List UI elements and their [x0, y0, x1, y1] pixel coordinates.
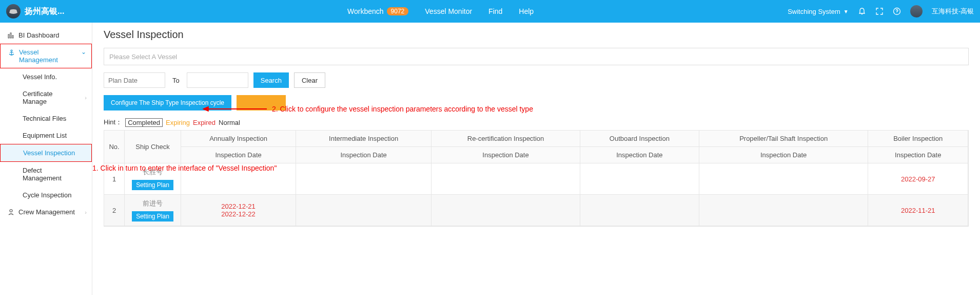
help-icon[interactable] [893, 7, 901, 15]
chevron-down-icon: ⌄ [81, 48, 86, 56]
bi-dashboard-label: BI Dashboard [18, 31, 60, 39]
avatar[interactable] [910, 5, 923, 17]
person-icon [7, 209, 14, 215]
vessel-select-placeholder: Please Select A Vessel [109, 53, 177, 61]
td-no: 2 [104, 195, 125, 226]
td-ship: 前进号 Setting Plan [125, 195, 181, 226]
expand-icon[interactable] [875, 7, 884, 15]
inspection-table: No. Ship Check Annually Inspection Inter… [104, 130, 969, 227]
td-boiler: 2022-09-27 [868, 163, 968, 195]
th-sub-annually: Inspection Date [181, 147, 296, 163]
hint-label: Hint： [104, 118, 122, 127]
crew-mgmt-label: Crew Management [18, 208, 75, 216]
ship-name: 前进号 [128, 199, 178, 208]
ship-name: 长胜号 [128, 168, 178, 177]
username: 互海科技-高银 [932, 7, 974, 16]
plan-date-to[interactable] [187, 72, 248, 88]
setting-plan-button[interactable]: Setting Plan [132, 211, 173, 222]
to-label: To [172, 77, 180, 84]
th-sub-intermediate: Inspection Date [296, 147, 432, 163]
sidebar-item-label: Equipment List [23, 132, 67, 139]
sidebar-bi-dashboard[interactable]: BI Dashboard [0, 27, 92, 44]
svg-point-5 [10, 210, 12, 212]
sidebar-item-technical[interactable]: Technical Files [0, 110, 92, 127]
plan-date-from[interactable] [104, 72, 165, 88]
main-layout: BI Dashboard Vessel Management ⌄ Vessel … [0, 23, 980, 295]
config-row: Configure The Ship Type Inspection cycle [104, 95, 969, 110]
configure-ship-type-button[interactable]: Configure The Ship Type Inspection cycle [104, 95, 231, 110]
chevron-right-icon: › [85, 209, 87, 215]
sidebar-item-label: Vessel Info. [23, 73, 57, 81]
bell-icon[interactable] [858, 7, 866, 15]
sidebar-item-label: Cycle Inspection [23, 191, 71, 199]
hint-completed: Completed [125, 118, 163, 127]
nav-workbench[interactable]: Workbench 9072 [347, 7, 408, 15]
nav-find[interactable]: Find [488, 7, 502, 15]
table-row: 2 前进号 Setting Plan 2022-12-21 2022-12-22… [104, 195, 968, 226]
td-recert [432, 195, 580, 226]
workbench-badge: 9072 [387, 7, 409, 15]
td-outboard [580, 163, 699, 195]
td-annually [181, 163, 296, 195]
anchor-icon [8, 49, 15, 56]
td-intermediate [296, 195, 432, 226]
vessel-mgmt-label: Vessel Management [19, 48, 65, 64]
chevron-right-icon: › [85, 95, 87, 101]
svg-rect-1 [8, 34, 9, 38]
sidebar-item-label: Technical Files [23, 115, 66, 122]
hint-row: Hint： Completed Expiring Expired Normal [104, 118, 969, 127]
th-sub-recert: Inspection Date [432, 147, 580, 163]
td-outboard [580, 195, 699, 226]
vessel-select[interactable]: Please Select A Vessel [104, 48, 969, 65]
th-boiler: Boiler Inspection [868, 131, 968, 147]
search-button[interactable]: Search [253, 72, 289, 88]
th-recert: Re-certification Inspection [432, 131, 580, 147]
caret-down-icon: ▼ [844, 9, 849, 14]
annotation-arrow-1 [92, 53, 100, 172]
sidebar-item-vessel-inspection[interactable]: Vessel Inspection [0, 144, 92, 162]
top-header: 扬州高银... Workbench 9072 Vessel Monitor Fi… [0, 0, 980, 23]
td-propeller [699, 163, 869, 195]
sidebar-vessel-management[interactable]: Vessel Management ⌄ [0, 44, 92, 68]
th-sub-boiler: Inspection Date [868, 147, 968, 163]
sidebar-crew-management[interactable]: Crew Management › [0, 204, 92, 220]
hint-normal: Normal [219, 119, 240, 126]
sidebar: BI Dashboard Vessel Management ⌄ Vessel … [0, 23, 92, 295]
td-propeller [699, 195, 869, 226]
dashboard-icon [7, 32, 14, 39]
sidebar-item-equipment[interactable]: Equipment List [0, 127, 92, 144]
table-row: 1 长胜号 Setting Plan 2022-09-27 [104, 163, 968, 195]
logo-icon [6, 4, 21, 19]
svg-rect-2 [10, 33, 11, 38]
th-sub-propeller: Inspection Date [699, 147, 869, 163]
sidebar-item-certificate[interactable]: Certificate Manage› [0, 85, 92, 110]
sidebar-item-cycle[interactable]: Cycle Inspection [0, 187, 92, 204]
switching-system[interactable]: Switching System ▼ [788, 8, 849, 15]
annually-date2: 2022-12-22 [184, 210, 292, 218]
sidebar-item-defect[interactable]: Defect Management [0, 162, 92, 187]
logo-area: 扬州高银... [6, 4, 93, 19]
workbench-label: Workbench [347, 7, 384, 15]
nav-right: Switching System ▼ 互海科技-高银 [788, 5, 974, 17]
th-intermediate: Intermediate Inspection [296, 131, 432, 147]
hint-expired: Expired [193, 119, 215, 126]
th-annually: Annually Inspection [181, 131, 296, 147]
nav-center: Workbench 9072 Vessel Monitor Find Help [93, 7, 788, 15]
nav-vessel-monitor[interactable]: Vessel Monitor [425, 7, 472, 15]
clear-button[interactable]: Clear [294, 72, 325, 88]
th-outboard: Outboard Inspection [580, 131, 699, 147]
hidden-orange-button[interactable] [237, 95, 286, 110]
td-intermediate [296, 163, 432, 195]
nav-help[interactable]: Help [519, 7, 534, 15]
td-boiler: 2022-11-21 [868, 195, 968, 226]
hint-expiring: Expiring [166, 119, 190, 126]
td-ship: 长胜号 Setting Plan [125, 163, 181, 195]
sidebar-item-label: Certificate Manage [23, 90, 69, 105]
th-no: No. [104, 131, 125, 163]
setting-plan-button[interactable]: Setting Plan [132, 180, 173, 190]
content-area: Vessel Inspection Please Select A Vessel… [92, 23, 980, 295]
td-no: 1 [104, 163, 125, 195]
sidebar-item-label: Defect Management [23, 167, 74, 182]
sidebar-item-vessel-info[interactable]: Vessel Info. [0, 68, 92, 85]
page-title: Vessel Inspection [104, 29, 969, 41]
